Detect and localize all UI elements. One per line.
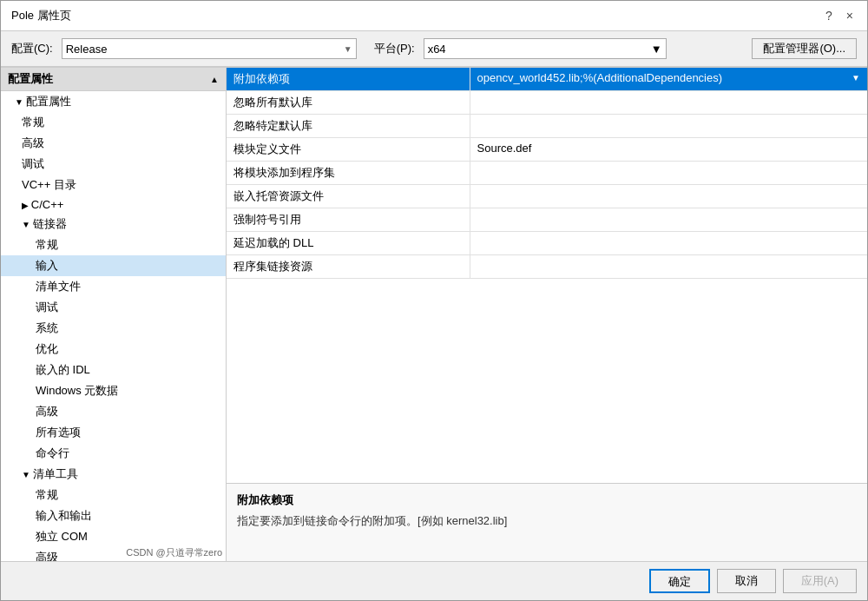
- config-manager-button[interactable]: 配置管理器(O)...: [752, 38, 857, 59]
- prop-row-embed-managed[interactable]: 嵌入托管资源文件: [227, 185, 867, 208]
- close-button[interactable]: ×: [843, 9, 857, 23]
- tree-item-general[interactable]: 常规: [1, 112, 226, 133]
- platform-value: x64: [428, 43, 446, 56]
- prop-val-text-add-deps: opencv_world452.lib;%(AdditionalDependen…: [477, 71, 723, 84]
- props-area: 附加依赖项opencv_world452.lib;%(AdditionalDep…: [227, 68, 867, 483]
- prop-name-module-def: 模块定义文件: [227, 138, 470, 162]
- help-button[interactable]: ?: [822, 9, 836, 23]
- tree-item-vcpp-dirs[interactable]: VC++ 目录: [1, 175, 226, 195]
- tree-item-config-attrs[interactable]: ▼ 配置属性: [1, 91, 226, 112]
- prop-row-add-deps[interactable]: 附加依赖项opencv_world452.lib;%(AdditionalDep…: [227, 68, 867, 91]
- prop-dropdown-arrow-add-deps[interactable]: ▼: [852, 73, 860, 83]
- prop-value-module-def: Source.def: [470, 138, 868, 158]
- cancel-button[interactable]: 取消: [717, 569, 776, 593]
- left-panel: 配置属性 ▲ ▼ 配置属性 常规 高级 调试 VC++ 目录▶ C/C++▼ 链…: [1, 68, 227, 561]
- tree-item-linker-advanced[interactable]: 高级: [1, 401, 226, 422]
- tree-header-label: 配置属性: [8, 71, 53, 87]
- config-arrow: ▼: [344, 44, 352, 54]
- props-table: 附加依赖项opencv_world452.lib;%(AdditionalDep…: [227, 68, 867, 279]
- desc-text: 指定要添加到链接命令行的附加项。[例如 kernel32.lib]: [237, 513, 857, 529]
- dialog-title: Pole 属性页: [11, 8, 71, 23]
- tree-item-linker-cmdline[interactable]: 命令行: [1, 443, 226, 464]
- tree-item-linker-general[interactable]: 常规: [1, 234, 226, 255]
- config-label: 配置(C):: [11, 41, 53, 56]
- platform-arrow: ▼: [651, 43, 662, 56]
- prop-value-delay-load: [470, 232, 868, 239]
- prop-value-force-sym: [470, 208, 868, 215]
- prop-name-ignore-specific: 忽略特定默认库: [227, 115, 470, 138]
- properties-dialog: Pole 属性页 ? × 配置(C): Release ▼ 平台(P): x64…: [0, 0, 868, 601]
- tree-item-mt-general[interactable]: 常规: [1, 485, 226, 505]
- title-bar: Pole 属性页 ? ×: [1, 1, 867, 31]
- watermark: CSDN @只道寻常zero: [122, 545, 226, 561]
- description-area: 附加依赖项 指定要添加到链接命令行的附加项。[例如 kernel32.lib]: [227, 483, 867, 561]
- prop-name-embed-managed: 嵌入托管资源文件: [227, 185, 470, 208]
- tree-item-linker-winmeta[interactable]: Windows 元数据: [1, 380, 226, 401]
- prop-value-ignore-specific: [470, 115, 868, 122]
- tree-item-debug[interactable]: 调试: [1, 154, 226, 175]
- tree-item-linker-optimize[interactable]: 优化: [1, 339, 226, 360]
- title-bar-buttons: ? ×: [822, 9, 857, 23]
- apply-button[interactable]: 应用(A): [783, 569, 857, 593]
- tree-item-linker-idl[interactable]: 嵌入的 IDL: [1, 360, 226, 380]
- prop-name-assembly-link: 程序集链接资源: [227, 255, 470, 279]
- ok-button[interactable]: 确定: [649, 569, 710, 593]
- config-select[interactable]: Release ▼: [62, 38, 357, 59]
- prop-row-add-to-assembly[interactable]: 将模块添加到程序集: [227, 162, 867, 185]
- prop-name-add-deps: 附加依赖项: [227, 68, 470, 91]
- tree-item-linker-system[interactable]: 系统: [1, 318, 226, 339]
- tree-item-linker[interactable]: ▼ 链接器: [1, 214, 226, 234]
- prop-name-ignore-all: 忽略所有默认库: [227, 91, 470, 115]
- tree-scroll-icon[interactable]: ▲: [210, 75, 219, 84]
- tree-item-linker-input[interactable]: 输入: [1, 255, 226, 276]
- prop-name-force-sym: 强制符号引用: [227, 208, 470, 232]
- platform-select[interactable]: x64 ▼: [424, 38, 667, 59]
- prop-value-embed-managed: [470, 185, 868, 192]
- prop-name-delay-load: 延迟加载的 DLL: [227, 232, 470, 255]
- platform-label: 平台(P):: [374, 41, 415, 56]
- prop-row-ignore-all[interactable]: 忽略所有默认库: [227, 91, 867, 115]
- prop-row-module-def[interactable]: 模块定义文件Source.def: [227, 138, 867, 162]
- tree-item-linker-allopts[interactable]: 所有选项: [1, 422, 226, 443]
- prop-value-assembly-link: [470, 255, 868, 262]
- main-area: 配置属性 ▲ ▼ 配置属性 常规 高级 调试 VC++ 目录▶ C/C++▼ 链…: [1, 67, 867, 561]
- tree-item-cpp[interactable]: ▶ C/C++: [1, 195, 226, 214]
- config-value: Release: [66, 43, 108, 56]
- prop-row-force-sym[interactable]: 强制符号引用: [227, 208, 867, 232]
- tree-container: ▼ 配置属性 常规 高级 调试 VC++ 目录▶ C/C++▼ 链接器常规输入清…: [1, 91, 226, 561]
- prop-value-ignore-all: [470, 91, 868, 98]
- prop-row-ignore-specific[interactable]: 忽略特定默认库: [227, 115, 867, 138]
- prop-value-add-to-assembly: [470, 162, 868, 168]
- prop-row-assembly-link[interactable]: 程序集链接资源: [227, 255, 867, 279]
- desc-title: 附加依赖项: [237, 492, 857, 508]
- prop-name-add-to-assembly: 将模块添加到程序集: [227, 162, 470, 185]
- right-panel: 附加依赖项opencv_world452.lib;%(AdditionalDep…: [227, 68, 867, 561]
- tree-item-advanced[interactable]: 高级: [1, 133, 226, 154]
- prop-value-add-deps[interactable]: opencv_world452.lib;%(AdditionalDependen…: [470, 68, 868, 88]
- tree-header: 配置属性 ▲: [1, 68, 226, 91]
- prop-val-text-module-def: Source.def: [477, 142, 532, 155]
- tree-item-linker-debug[interactable]: 调试: [1, 297, 226, 318]
- footer: 确定 取消 应用(A): [1, 561, 867, 600]
- tree-item-mt-inout[interactable]: 输入和输出: [1, 505, 226, 526]
- prop-row-delay-load[interactable]: 延迟加载的 DLL: [227, 232, 867, 255]
- config-bar: 配置(C): Release ▼ 平台(P): x64 ▼ 配置管理器(O)..…: [1, 31, 867, 67]
- tree-item-linker-manifest[interactable]: 清单文件: [1, 276, 226, 297]
- tree-item-manifest-tool[interactable]: ▼ 清单工具: [1, 464, 226, 485]
